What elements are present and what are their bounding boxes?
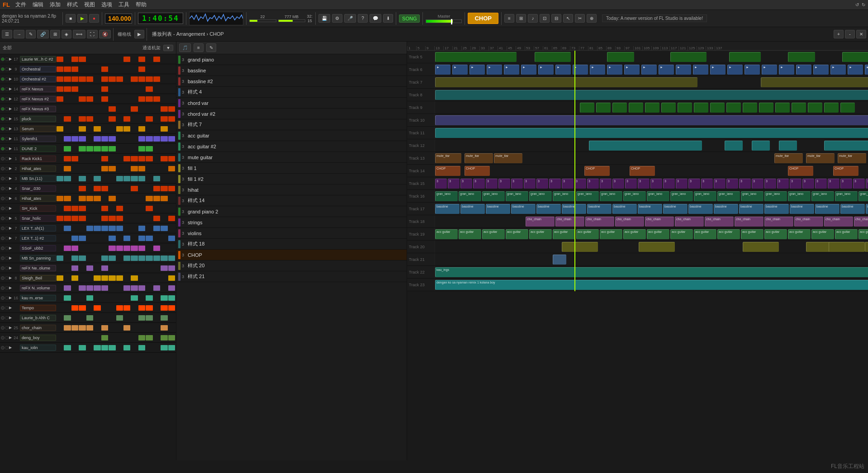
channel-name[interactable]: Orchestral	[20, 66, 56, 72]
arr-tool-2[interactable]: →	[14, 30, 24, 38]
slice-tool[interactable]: ✂	[575, 14, 585, 23]
arrangement-clip[interactable]: gran_iano	[670, 191, 693, 201]
arrangement-clip[interactable]	[761, 77, 868, 87]
arrangement-clip[interactable]: mute_itar	[774, 153, 803, 163]
arrangement-clip[interactable]: acc guitar	[647, 229, 669, 239]
arrangement-clip[interactable]	[562, 242, 598, 252]
arrangement-clip[interactable]: ►	[607, 65, 622, 75]
arrangement-clip[interactable]: ►	[590, 65, 605, 75]
channel-mute-dot[interactable]	[5, 197, 9, 200]
channel-active-dot[interactable]	[1, 97, 5, 101]
arrangement-clip[interactable]	[840, 103, 855, 113]
arrangement-clip[interactable]: 3	[676, 179, 688, 189]
channel-name[interactable]: LEX T..sh(1)	[20, 225, 56, 232]
instrument-row[interactable]: 3 CHOP	[176, 250, 407, 260]
instrument-row[interactable]: 3 violins	[176, 228, 407, 239]
chat-button[interactable]: 💬	[370, 14, 381, 23]
channel-row[interactable]: ▶ 7 LEX T..sh(1)	[0, 223, 176, 233]
channel-row[interactable]: ▶ 17 Laurie W...h C #2	[0, 54, 176, 64]
arrangement-clip[interactable]: ►	[487, 65, 502, 75]
channel-name[interactable]: reFX Nexus #3	[20, 106, 56, 112]
zoom-tool[interactable]: ⊕	[587, 14, 597, 23]
arrangement-clip[interactable]: 3	[701, 179, 713, 189]
arrangement-clip[interactable]: 3	[663, 179, 675, 189]
channel-arrow[interactable]: ▶	[9, 57, 12, 61]
arrangement-clip[interactable]	[678, 103, 692, 113]
channel-mute-dot[interactable]	[5, 336, 9, 340]
channel-active-dot[interactable]	[1, 87, 5, 91]
arrangement-clip[interactable]: dengan ko sa nyaman remix 1 kolana boy	[435, 280, 868, 290]
channel-arrow[interactable]: ▶	[9, 107, 12, 111]
menu-file[interactable]: 文件	[13, 0, 29, 9]
channel-row[interactable]: ▶ kau_iolin	[0, 343, 176, 353]
channel-name[interactable]: SH_Kick	[20, 205, 56, 212]
menu-edit[interactable]: 编辑	[30, 0, 46, 9]
arrangement-clip[interactable]: 3	[574, 179, 586, 189]
arrangement-clip[interactable]: mute_itar	[435, 153, 461, 163]
arrangement-clip[interactable]: bassline	[562, 204, 586, 214]
channel-arrow[interactable]: ▶	[9, 345, 12, 350]
arrangement-clip[interactable]	[726, 103, 741, 113]
arrangement-clip[interactable]: gran_iano	[529, 191, 552, 201]
track-clips-area[interactable]	[435, 101, 868, 114]
arrangement-clip[interactable]	[612, 103, 627, 113]
arrangement-clip[interactable]	[829, 242, 865, 252]
channel-active-dot[interactable]	[1, 336, 5, 340]
channel-active-dot[interactable]	[1, 346, 5, 350]
channel-mute-dot[interactable]	[5, 286, 9, 290]
arrangement-clip[interactable]: 3	[815, 179, 827, 189]
arrangement-clip[interactable]: 3	[638, 179, 650, 189]
arrangement-clip[interactable]	[535, 52, 571, 62]
menu-view[interactable]: 视图	[81, 0, 98, 9]
arrangement-clip[interactable]: ►	[659, 65, 674, 75]
channel-active-dot[interactable]	[1, 296, 5, 300]
arrangement-clip[interactable]: cho_chain	[585, 217, 614, 227]
arrangement-clip[interactable]: ►	[470, 65, 485, 75]
arrangement-clip[interactable]	[824, 103, 839, 113]
arrangement-clip[interactable]	[435, 77, 697, 87]
track-clips-area[interactable]	[435, 114, 868, 126]
menu-add[interactable]: 添加	[47, 0, 63, 9]
instrument-row[interactable]: 3 acc guitar	[176, 130, 407, 141]
channel-active-dot[interactable]	[1, 127, 5, 131]
channel-row[interactable]: ▶ SSoF_ubb2	[0, 243, 176, 253]
mix-button[interactable]: ≡	[504, 14, 514, 23]
channel-active-dot[interactable]	[1, 107, 5, 111]
arrangement-clip[interactable]: 3	[511, 179, 523, 189]
arrangement-clip[interactable]: gran_iano	[811, 191, 834, 201]
channel-name[interactable]: reFX Nexus	[20, 86, 56, 92]
arrangement-clip[interactable]: ►	[641, 65, 657, 75]
track-clips-area[interactable]: cho_chaincho_chaincho_chaincho_chaincho_…	[435, 215, 868, 227]
channel-active-dot[interactable]	[1, 137, 5, 141]
save-button[interactable]: 💾	[318, 14, 330, 23]
channel-row[interactable]: ▶ 12 reFX Nexus #2	[0, 94, 176, 104]
instrument-row[interactable]: 3 hihat	[176, 184, 407, 195]
arrangement-clip[interactable]	[580, 103, 594, 113]
arrangement-clip[interactable]	[788, 52, 815, 62]
arrangement-clip[interactable]: ►	[555, 65, 571, 75]
channel-arrow[interactable]: ▶	[9, 266, 12, 270]
arrangement-clip[interactable]: 3	[828, 179, 840, 189]
arrangement-clip[interactable]: bassline	[790, 204, 814, 214]
download-button[interactable]: ⬇	[383, 14, 393, 23]
channel-mute-dot[interactable]	[5, 207, 9, 210]
instrument-row[interactable]: 3 样式 20	[176, 260, 407, 271]
arrangement-clip[interactable]: ►	[676, 65, 691, 75]
arr-tool-4[interactable]: 🔗	[37, 30, 49, 38]
arrangement-clip[interactable]: cho_chain	[526, 217, 555, 227]
channel-arrow[interactable]: ▶	[9, 176, 12, 180]
instrument-row[interactable]: 3 样式 14	[176, 195, 407, 206]
instrument-row[interactable]: 3 样式 7	[176, 119, 407, 130]
arrangement-clip[interactable]: kau_ings	[435, 267, 868, 277]
channel-row[interactable]: ▶ 6 Hihat_ates	[0, 194, 176, 203]
channel-active-dot[interactable]	[1, 316, 5, 320]
instrument-row[interactable]: 3 fill 1 #2	[176, 174, 407, 184]
channel-arrow[interactable]: ▶	[9, 196, 12, 200]
arrangement-clip[interactable]: ►	[435, 65, 451, 75]
channel-active-dot[interactable]	[1, 67, 5, 71]
help-button[interactable]: ?	[358, 14, 368, 23]
tempo-display[interactable]: 140.000	[105, 14, 132, 24]
instr-add-audio[interactable]: 🎵	[179, 43, 191, 52]
channel-name[interactable]: chor_chain	[20, 325, 56, 331]
track-clips-area[interactable]: dengan ko sa nyaman remix 1 kolana boy	[435, 279, 868, 291]
